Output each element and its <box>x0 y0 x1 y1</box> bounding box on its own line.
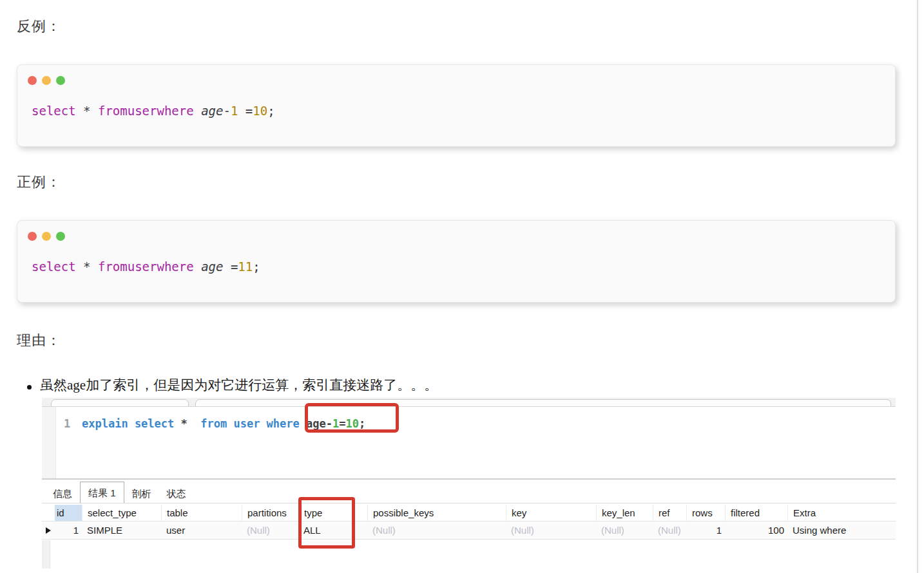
cell-id: 1 <box>55 521 82 539</box>
window-dot-yellow-icon <box>42 76 51 85</box>
cell-rows: 1 <box>686 521 725 539</box>
window-dot-red-icon <box>28 76 37 85</box>
sql-keyword: fromuserwhere <box>98 104 194 118</box>
sql-identifier: age <box>201 259 223 274</box>
header-extra[interactable]: Extra <box>787 505 896 521</box>
row-marker-cell <box>42 521 55 539</box>
sql-identifier: age <box>201 104 223 118</box>
header-key-len[interactable]: key_len <box>596 505 653 521</box>
sql-operator: * <box>76 259 98 274</box>
cell-key-len: (Null) <box>596 521 653 539</box>
header-select-type[interactable]: select_type <box>82 505 161 521</box>
result-tabbar: 信息 结果 1 剖析 状态 <box>42 482 896 503</box>
sql-number: 10 <box>253 104 267 118</box>
window-dot-yellow-icon <box>42 232 51 241</box>
cell-select-type: SIMPLE <box>82 521 161 539</box>
cropped-tab <box>51 399 189 407</box>
cell-possible-keys: (Null) <box>367 521 506 539</box>
header-filtered[interactable]: filtered <box>725 505 787 521</box>
line-number: 1 <box>64 417 70 430</box>
bullet-disc-icon <box>27 385 32 390</box>
cell-table: user <box>161 521 242 539</box>
cell-key: (Null) <box>506 521 596 539</box>
sql-operator: * <box>76 104 98 118</box>
tab-info[interactable]: 信息 <box>45 485 80 503</box>
counter-example-heading: 反例： <box>17 17 61 36</box>
window-dot-green-icon <box>56 232 65 241</box>
header-ref[interactable]: ref <box>653 505 686 521</box>
header-possible-keys[interactable]: possible_keys <box>367 505 506 521</box>
header-partitions[interactable]: partitions <box>242 505 298 521</box>
header-id[interactable]: id <box>55 505 82 521</box>
sql-keyword: select <box>32 104 76 118</box>
cell-extra: Using where <box>787 521 896 539</box>
tab-result-1[interactable]: 结果 1 <box>80 482 124 503</box>
cell-ref: (Null) <box>653 521 686 539</box>
cell-partitions: (Null) <box>242 521 298 539</box>
sql-keyword: fromuserwhere <box>98 259 194 274</box>
sql-punctuation: ; <box>253 259 260 274</box>
sql-space <box>194 259 201 274</box>
sql-operator: = <box>223 259 238 274</box>
sql-number: 1 <box>231 104 238 118</box>
sql-code-good: select * fromuserwhere age =11; <box>32 259 260 274</box>
highlight-box-sql-condition <box>305 403 399 433</box>
highlight-box-type-column <box>298 497 355 549</box>
positive-example-heading: 正例： <box>17 173 61 192</box>
window-controls <box>28 232 65 241</box>
reason-heading: 理由： <box>17 331 61 350</box>
cropped-tab <box>195 399 891 407</box>
sql-keyword: from user where <box>200 417 306 430</box>
sql-operator: = <box>238 104 253 118</box>
window-dot-red-icon <box>28 232 37 241</box>
header-key[interactable]: key <box>506 505 596 521</box>
sql-keyword: explain select <box>82 417 181 430</box>
tab-status[interactable]: 状态 <box>159 485 194 503</box>
article-page: 反例： select * fromuserwhere age-1 =10; 正例… <box>0 0 924 573</box>
header-rows[interactable]: rows <box>686 505 725 521</box>
header-marker-cell <box>42 505 55 521</box>
db-tool-screenshot: 1 explain select * from user where age-1… <box>42 398 896 573</box>
header-table[interactable]: table <box>161 505 242 521</box>
sql-space <box>194 104 201 118</box>
sql-keyword: select <box>32 259 76 274</box>
result-table-row[interactable]: 1 SIMPLE user (Null) ALL (Null) (Null) (… <box>42 521 896 540</box>
sql-editor[interactable]: 1 explain select * from user where age-1… <box>42 407 896 480</box>
tab-profile[interactable]: 剖析 <box>124 485 159 503</box>
sql-code-bad: select * fromuserwhere age-1 =10; <box>32 104 275 118</box>
sql-number: 11 <box>238 259 253 274</box>
code-card-bad-example: select * fromuserwhere age-1 =10; <box>17 64 896 147</box>
page-right-border <box>917 0 918 573</box>
cell-filtered: 100 <box>725 521 787 539</box>
window-dot-green-icon <box>56 76 65 85</box>
grid-left-gutter <box>42 540 50 568</box>
sql-operator: * <box>181 417 201 430</box>
reason-bullet-text: 虽然age加了索引，但是因为对它进行运算，索引直接迷路了。。。 <box>40 376 438 394</box>
editor-top-strip <box>42 398 896 407</box>
row-marker-icon <box>46 527 51 534</box>
result-table-header: id select_type table partitions type pos… <box>42 505 896 521</box>
sql-operator: - <box>223 104 230 118</box>
sql-punctuation: ; <box>267 104 274 118</box>
code-card-good-example: select * fromuserwhere age =11; <box>17 220 896 303</box>
editor-line-number-gutter <box>42 407 56 478</box>
window-controls <box>28 76 65 85</box>
